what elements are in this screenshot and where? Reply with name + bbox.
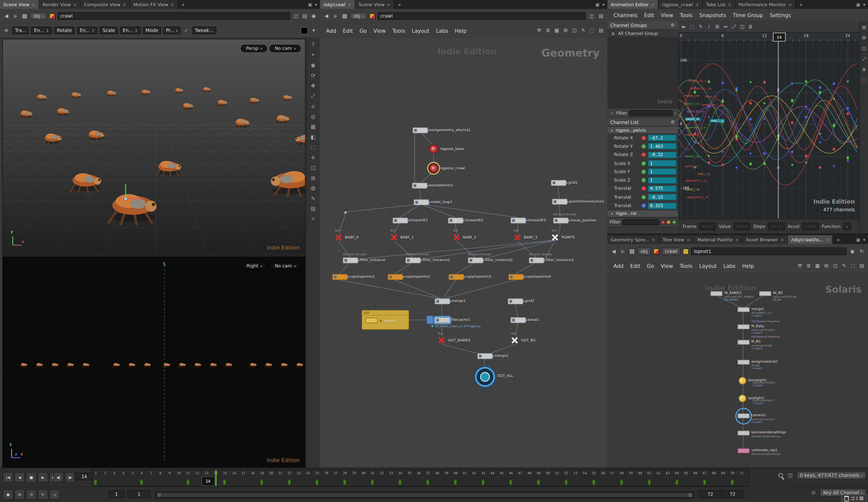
node-points[interactable]: POINTSNull <box>551 234 559 241</box>
range-end-field[interactable]: 72 <box>721 490 744 498</box>
menu-layout[interactable]: Layout <box>696 262 720 269</box>
pane-menu-icon[interactable]: ▾ <box>863 2 865 7</box>
node-make-loop1[interactable]: make_loop1 <box>414 199 429 205</box>
menu-layout[interactable]: Layout <box>409 27 433 34</box>
frame-all-icon[interactable]: ⤢ <box>730 23 737 30</box>
graph-keys-icon[interactable]: ⬚ <box>861 77 868 83</box>
graph-grid-icon[interactable]: ⊞ <box>861 35 868 41</box>
tab-animation-editor[interactable]: Animation Editor× <box>608 0 659 9</box>
tab-take-list[interactable]: Take List× <box>703 0 735 9</box>
timeline-zoom-icon[interactable] <box>778 472 784 479</box>
keyframe-tick[interactable] <box>509 480 512 485</box>
background-color-swatch[interactable] <box>301 27 308 34</box>
current-frame-indicator[interactable]: 14 <box>773 33 785 42</box>
keyframe-tick[interactable] <box>537 480 540 485</box>
menu-help[interactable]: Help <box>739 262 757 269</box>
menu-view[interactable]: View <box>658 11 676 19</box>
node-filter-instance[interactable]: filter_instanceAttribute Wrangle <box>343 258 358 264</box>
node-grid1[interactable]: grid1 <box>551 180 566 186</box>
node-spotlight1[interactable]: spotlight1/lights/spotlight13 Layers <box>739 395 746 402</box>
context-dropdown[interactable]: obj▾ <box>350 12 367 20</box>
refresh-icon[interactable]: ↻ <box>858 248 866 255</box>
tab-motion-fx-view[interactable]: Motion FX View× <box>130 0 178 9</box>
back-icon[interactable]: ◀ <box>323 12 330 20</box>
keyframe-tick[interactable] <box>426 480 429 485</box>
node-in-bg[interactable]: IN_BG/obj/crawl/OUT_BG/IN_BG <box>759 291 771 296</box>
columns-view-icon[interactable]: ◫ <box>571 27 578 34</box>
view-selector-badge[interactable]: Right▾ <box>242 262 267 270</box>
mode-field[interactable]: Mode <box>143 27 161 34</box>
node-copytopoints2[interactable]: copytopoints2 <box>388 274 403 280</box>
layout-nodes-icon[interactable]: ⬚ <box>849 262 857 269</box>
new-tab-button[interactable]: + <box>796 0 806 9</box>
layout-nodes-icon[interactable]: ⬚ <box>589 27 596 34</box>
new-tab-button[interactable]: + <box>394 0 405 9</box>
menu-edit[interactable]: Edit <box>641 11 657 19</box>
menu-add[interactable]: Add <box>610 262 627 269</box>
range-start-field[interactable]: 1 <box>108 490 124 498</box>
display-points-icon[interactable]: ⬚ <box>309 143 318 150</box>
tab-close-icon[interactable]: × <box>170 2 174 7</box>
new-tab-button[interactable]: + <box>178 0 188 9</box>
channel-group-row[interactable]: ▾ rigpos...pelvis <box>608 127 679 134</box>
menu-labs[interactable]: Labs <box>433 27 451 34</box>
pane-menu-icon[interactable]: ▾ <box>863 237 865 242</box>
tab-geometry-spre[interactable]: Geometry Spre...× <box>608 235 659 244</box>
tab-close-icon[interactable]: × <box>348 2 351 7</box>
keyframe-tick[interactable] <box>592 480 595 485</box>
playback-end-field[interactable]: 72 <box>699 490 722 498</box>
node-pointsfromvolume1[interactable]: pointsfromvolume1 <box>552 199 568 205</box>
keyframe-tick[interactable] <box>648 480 650 485</box>
channel-group-row[interactable]: ▾ rigpo...rai <box>608 210 679 217</box>
channel-row[interactable]: Translat-0.15 <box>608 193 679 202</box>
tab-rigpose-crawl[interactable]: rigpose_crawl× <box>659 0 703 9</box>
footer-value-field[interactable]: ---- <box>768 222 785 230</box>
menu-channels[interactable]: Channels <box>610 11 641 19</box>
pencil-keys-icon[interactable]: ✎ <box>697 23 704 30</box>
toolbar-handle-icon[interactable]: ≡ <box>3 27 10 34</box>
keyframe-tick[interactable] <box>140 480 143 485</box>
tab-close-icon[interactable]: × <box>686 237 690 242</box>
pane-maximize-icon[interactable]: ▣ <box>856 2 860 7</box>
node-camera1[interactable]: camera1/cameras/camera13 Layers <box>737 414 750 418</box>
help-icon[interactable]: ? <box>309 41 318 48</box>
grid-snap-icon[interactable]: ⊞ <box>562 27 569 34</box>
tweak-field[interactable]: Tweak... <box>192 27 216 34</box>
grid-snap-icon[interactable]: ⊞ <box>823 262 830 269</box>
display-flags-icon[interactable]: ▤ <box>598 27 605 34</box>
projection-field[interactable]: Pr... ▾ <box>163 27 180 34</box>
menu-view[interactable]: View <box>657 262 676 269</box>
keyframe-tick[interactable] <box>482 480 484 485</box>
expand-icon[interactable]: ▾ <box>610 128 614 132</box>
display-flags-icon[interactable]: ▤ <box>858 262 866 269</box>
menu-go[interactable]: Go <box>356 27 370 34</box>
node-merge2[interactable]: merge2 <box>477 353 493 359</box>
pane-menu-icon[interactable]: ▾ <box>315 2 317 7</box>
node-baby-3[interactable]: BABY_3Null <box>514 234 521 241</box>
graph-list-icon[interactable]: ≣ <box>861 66 868 73</box>
footer-value-field[interactable]: ---- <box>699 222 716 230</box>
region-tools-icon[interactable]: ⊞ <box>714 23 721 30</box>
node-out-bg[interactable]: OUT_BGNull <box>511 337 518 344</box>
menu-go[interactable]: Go <box>643 262 657 269</box>
menu-edit[interactable]: Edit <box>627 262 643 269</box>
filter-dropdown-icon[interactable]: ▾ <box>674 111 676 115</box>
snapshot-camera-icon[interactable]: ◫ <box>292 12 300 20</box>
view-zoom-icon[interactable]: ⤢ <box>309 92 318 100</box>
box-select-icon[interactable]: ⬚ <box>689 23 696 30</box>
snapshot-icon[interactable]: ◫ <box>787 472 794 479</box>
footer-value-field[interactable]: ---- <box>802 222 819 230</box>
node-timeshift1[interactable]: timeshift1 <box>393 218 408 224</box>
view-tumble-icon[interactable]: ⟳ <box>309 72 318 79</box>
node-grid2[interactable]: grid2 <box>508 299 523 305</box>
camera-selector-badge[interactable]: No cam▾ <box>270 45 301 52</box>
tab-performance-monitor[interactable]: Performance Monitor× <box>735 0 796 9</box>
channel-row[interactable]: Rotate Z-0.32 <box>608 151 679 159</box>
color-palette-icon[interactable]: ▦ <box>814 262 821 269</box>
menu-labs[interactable]: Labs <box>720 262 739 269</box>
translate-enable-field[interactable]: En... ↕ <box>31 27 52 34</box>
next-keyframe-icon[interactable]: |▶ <box>65 472 75 482</box>
timeline-ruler[interactable]: 1234567891011121314151617181920212223242… <box>92 469 749 487</box>
node-path-field[interactable]: crawl <box>378 12 586 20</box>
menu-tools[interactable]: Tools <box>676 262 696 269</box>
